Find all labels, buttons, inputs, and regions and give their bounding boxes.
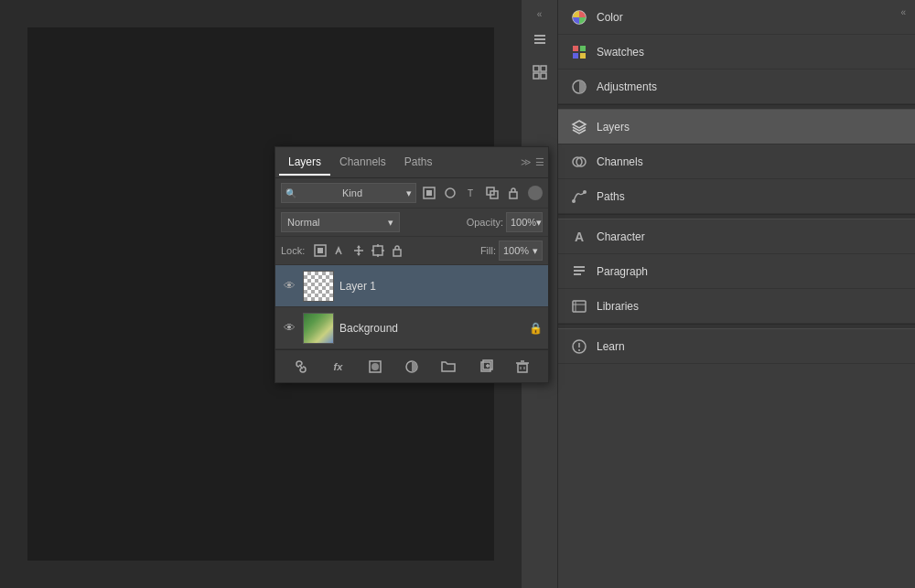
left-strip-collapse-icon[interactable]: « — [537, 9, 543, 19]
panel-item-swatches[interactable]: Swatches — [558, 35, 915, 69]
channels-label: Channels — [597, 155, 643, 168]
svg-marker-40 — [357, 245, 361, 248]
adjustments-label: Adjustments — [597, 80, 657, 93]
swatches-label: Swatches — [597, 46, 644, 59]
svg-rect-36 — [318, 248, 323, 253]
panel-item-paths[interactable]: Paths — [558, 179, 915, 214]
learn-label: Learn — [597, 340, 625, 353]
opacity-value-text: 100% — [511, 217, 536, 228]
filter-transform-icon[interactable] — [483, 184, 501, 202]
svg-rect-19 — [574, 266, 585, 268]
libraries-icon — [569, 296, 589, 316]
lock-row: Lock: Fill: 100% ▾ — [275, 237, 548, 265]
svg-rect-2 — [534, 42, 545, 44]
character-label: Character — [597, 230, 645, 243]
layer-row-background[interactable]: 👁 Background 🔒 — [275, 307, 548, 349]
right-panel-collapse-icon[interactable]: « — [900, 7, 906, 17]
kind-filter-label: Kind — [342, 187, 362, 198]
filter-circle-icon[interactable] — [441, 184, 459, 202]
blend-mode-value: Normal — [287, 217, 319, 228]
svg-rect-1 — [534, 38, 545, 40]
filter-pixel-icon[interactable] — [420, 184, 438, 202]
layers-panel: Layers Channels Paths ≫ ☰ 🔍 Kind ▾ T — [274, 146, 549, 383]
lock-pixels-icon[interactable] — [312, 242, 328, 259]
layers-bottom-toolbar: fx — [275, 349, 548, 382]
svg-marker-13 — [573, 121, 586, 128]
add-group-button[interactable] — [437, 356, 459, 378]
layer-list: 👁 Layer 1 👁 Background 🔒 — [275, 265, 548, 349]
panel-item-color[interactable]: Color — [558, 0, 915, 35]
layers-icon — [569, 117, 589, 137]
blend-mode-dropdown[interactable]: Normal ▾ — [281, 212, 400, 232]
layers-panel-tab-bar: Layers Channels Paths ≫ ☰ — [275, 147, 548, 178]
swatches-icon — [569, 42, 589, 62]
svg-rect-4 — [541, 66, 546, 71]
svg-rect-20 — [574, 270, 585, 272]
fill-group: Fill: 100% ▾ — [480, 241, 543, 261]
svg-rect-56 — [518, 364, 527, 372]
filter-toggle[interactable] — [528, 186, 543, 200]
fill-value-text: 100% — [503, 245, 529, 256]
panel-item-character[interactable]: A Character — [558, 219, 915, 254]
svg-marker-41 — [357, 253, 361, 256]
filter-text-icon[interactable]: T — [462, 184, 480, 202]
layer-row-layer1[interactable]: 👁 Layer 1 — [275, 265, 548, 307]
tab-menu-icon[interactable]: ☰ — [535, 156, 544, 168]
add-mask-button[interactable] — [364, 356, 386, 378]
panel-item-layers[interactable]: Layers — [558, 110, 915, 144]
opacity-group: Opacity: 100% ▾ — [467, 212, 543, 232]
fill-input[interactable]: 100% ▾ — [499, 241, 543, 261]
lock-paint-icon[interactable] — [331, 242, 348, 259]
opacity-label: Opacity: — [467, 217, 503, 228]
tab-channels[interactable]: Channels — [330, 150, 395, 176]
layer1-checkerboard — [304, 272, 333, 301]
svg-rect-21 — [574, 273, 581, 275]
paragraph-label: Paragraph — [597, 265, 648, 278]
link-layers-button[interactable] — [290, 356, 312, 378]
background-visibility-toggle[interactable]: 👁 — [281, 320, 297, 337]
filter-lock-icon[interactable] — [504, 184, 522, 202]
search-icon-small: 🔍 — [285, 188, 296, 198]
filter-row: 🔍 Kind ▾ T — [275, 178, 548, 208]
lock-artboard-icon[interactable] — [370, 242, 386, 259]
left-strip-tool-icon-1[interactable] — [525, 25, 554, 54]
opacity-input[interactable]: 100% ▾ — [506, 212, 543, 232]
panel-item-learn[interactable]: Learn — [558, 329, 915, 364]
svg-rect-34 — [510, 192, 517, 198]
add-layer-button[interactable] — [475, 356, 497, 378]
background-thumbnail — [303, 313, 334, 344]
delete-layer-button[interactable] — [511, 356, 533, 378]
svg-rect-3 — [533, 66, 539, 71]
layer1-name: Layer 1 — [339, 280, 543, 293]
svg-point-17 — [583, 190, 587, 194]
kind-filter-dropdown[interactable]: 🔍 Kind ▾ — [281, 183, 416, 203]
right-panel: « Color Swatches — [558, 0, 915, 588]
add-fx-button[interactable]: fx — [327, 356, 349, 378]
left-strip-tool-icon-2[interactable] — [525, 58, 554, 87]
opacity-chevron: ▾ — [536, 217, 542, 229]
svg-point-16 — [572, 199, 576, 203]
paragraph-icon — [569, 262, 589, 282]
panel-item-libraries[interactable]: Libraries — [558, 289, 915, 324]
lock-all-icon[interactable] — [389, 242, 405, 259]
blend-mode-chevron: ▾ — [388, 217, 393, 229]
background-name: Background — [339, 322, 523, 335]
svg-point-50 — [371, 363, 379, 370]
panel-item-adjustments[interactable]: Adjustments — [558, 69, 915, 104]
blend-row: Normal ▾ Opacity: 100% ▾ — [275, 208, 548, 237]
svg-rect-6 — [541, 73, 546, 79]
svg-text:T: T — [468, 188, 473, 198]
panel-item-channels[interactable]: Channels — [558, 144, 915, 179]
panel-item-paragraph[interactable]: Paragraph — [558, 254, 915, 289]
fill-label: Fill: — [480, 245, 496, 256]
svg-rect-10 — [573, 53, 578, 59]
add-adjustment-button[interactable] — [401, 356, 423, 378]
layer1-visibility-toggle[interactable]: 👁 — [281, 278, 297, 294]
lock-move-icon[interactable] — [350, 242, 367, 259]
tab-layers[interactable]: Layers — [279, 150, 330, 176]
background-image-preview — [304, 314, 333, 343]
tab-expand-icon[interactable]: ≫ — [521, 156, 532, 168]
svg-point-30 — [446, 188, 455, 198]
tab-paths[interactable]: Paths — [395, 150, 442, 176]
lock-label: Lock: — [281, 245, 305, 256]
